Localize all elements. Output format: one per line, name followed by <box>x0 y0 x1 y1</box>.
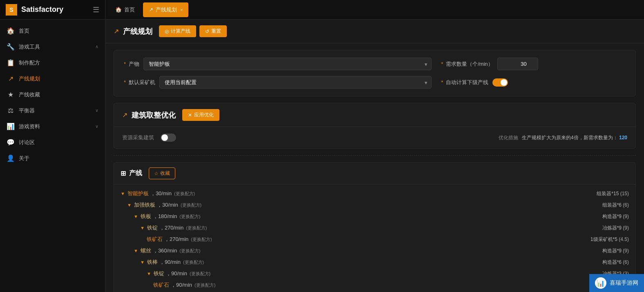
apply-opt-button[interactable]: ✕ 应用优化 <box>182 109 219 121</box>
menu-icon[interactable]: ☰ <box>93 5 99 14</box>
tab-home[interactable]: 🏠 首页 <box>109 0 141 19</box>
sidebar-label-production: 产线规划 <box>19 75 98 82</box>
sidebar-item-tools[interactable]: 🔧 游戏工具 ∧ <box>0 39 105 55</box>
tree-change-4[interactable]: (更换配方) <box>191 236 212 243</box>
tab-close-button[interactable]: × <box>180 7 183 12</box>
resource-toggle-switch[interactable] <box>161 134 176 142</box>
favorites-icon: ★ <box>7 91 15 98</box>
star-icon: ☆ <box>154 171 159 176</box>
demand-input-wrapper <box>497 58 538 70</box>
tree-rate-3: ，270/min <box>159 224 183 232</box>
sidebar-label-balance: 平衡器 <box>19 107 95 114</box>
forum-icon: 💬 <box>7 138 15 146</box>
sidebar-item-balance[interactable]: ⚖ 平衡器 ∨ <box>0 103 105 118</box>
product-field: * 产物 智能护板 <box>124 58 432 70</box>
sidebar-nav: 🏠 首页 🔧 游戏工具 ∧ 📋 制作配方 ↗ 产线规划 ★ 产线收藏 ⚖ 平衡器… <box>0 20 105 292</box>
tree-name-0: 智能护板 <box>127 190 149 197</box>
sidebar: S Satisfactory ☰ 🏠 首页 🔧 游戏工具 ∧ 📋 制作配方 ↗ … <box>0 0 105 292</box>
auto-field: * 自动计算下级产线 <box>441 78 626 87</box>
miner-select[interactable]: 使用当前配置 <box>159 76 432 89</box>
reset-button[interactable]: ↺ 重置 <box>199 25 227 37</box>
auto-label: * 自动计算下级产线 <box>441 79 489 86</box>
sidebar-item-production[interactable]: ↗ 产线规划 <box>0 71 105 87</box>
tree-count-0: (15) <box>620 191 629 196</box>
tree-change-1[interactable]: (更换配方) <box>181 202 201 208</box>
tree-change-6[interactable]: (更换配方) <box>183 259 204 265</box>
tree-count-1: (6) <box>623 202 629 208</box>
tree-name-8: 铁矿石 <box>153 281 169 289</box>
auto-toggle[interactable] <box>492 78 508 87</box>
miner-label: * 默认采矿机 <box>124 79 155 86</box>
tree-change-3[interactable]: (更换配方) <box>186 225 207 231</box>
tree-name-7: 铁锭 <box>154 270 164 277</box>
reset-label: 重置 <box>211 28 221 35</box>
resource-label: 资源采集建筑 <box>122 134 154 141</box>
tree-arrow-5[interactable]: ▼ <box>134 248 138 253</box>
prod-grid-icon: ⊞ <box>121 169 126 177</box>
calc-button[interactable]: ◎ 计算产线 <box>159 25 196 37</box>
tree-change-7[interactable]: (更换配方) <box>190 271 210 277</box>
tree-arrow-6[interactable]: ▼ <box>140 260 145 265</box>
sidebar-label-about: 关于 <box>19 155 98 162</box>
tree-machine-6: 构造器*6 <box>602 259 622 265</box>
demand-input[interactable] <box>503 61 533 67</box>
apply-opt-label: 应用优化 <box>194 111 214 118</box>
home-icon: 🏠 <box>7 27 15 35</box>
resource-toggle[interactable] <box>161 134 176 142</box>
prod-title-text: 产线 <box>129 169 142 178</box>
product-select[interactable]: 智能护板 <box>143 58 432 70</box>
tree-item: 铁矿石 ，90/min (更换配方) <box>114 279 635 291</box>
optimization-info: 优化措施 生产规模扩大为原来的4倍，新需求数量为： 120 <box>499 134 627 141</box>
tree-name-4: 铁矿石 <box>147 236 163 243</box>
opt-icon: ✕ <box>188 112 192 118</box>
tree-item: ▼ 加强铁板 ，30/min (更换配方) 组装器*6 (6) <box>114 199 635 211</box>
tree-change-2[interactable]: (更换配方) <box>179 214 200 220</box>
tree-arrow-1[interactable]: ▼ <box>127 203 132 207</box>
tree-count-6: (6) <box>623 259 629 265</box>
sidebar-item-about[interactable]: 👤 关于 <box>0 150 105 166</box>
main-content: 🏠 首页 ↗ 产线规划 × ↗ 产线规划 ◎ 计算产线 ↺ 重置 <box>105 0 644 292</box>
sidebar-label-favorites: 产线收藏 <box>19 91 98 98</box>
calc-label: 计算产线 <box>171 28 190 35</box>
tree-rate-6: ，90/min <box>159 259 181 266</box>
balance-arrow: ∨ <box>95 108 98 113</box>
tree-rate-0: ，30/min <box>150 190 172 197</box>
tree-arrow-2[interactable]: ▼ <box>134 214 138 219</box>
opt-section-title: 建筑取整优化 <box>132 110 176 120</box>
tree-item: ▼ 铁锭 ，90/min (更换配方) 冶炼器*3 (3) <box>114 268 635 279</box>
sidebar-item-recipes[interactable]: 📋 制作配方 <box>0 55 105 71</box>
sidebar-label-tools: 游戏工具 <box>19 43 95 51</box>
tree-change-0[interactable]: (更换配方) <box>174 191 195 197</box>
tree-arrow-0[interactable]: ▼ <box>121 191 125 196</box>
tree-right-5: 构造器*9 (9) <box>602 247 629 254</box>
tree-count-5: (9) <box>623 248 629 254</box>
tree-right-6: 构造器*6 (6) <box>602 259 629 266</box>
sidebar-item-gamedata[interactable]: 📊 游戏资料 ∨ <box>0 118 105 134</box>
sidebar-item-forum[interactable]: 💬 讨论区 <box>0 134 105 150</box>
tree-rate-1: ，30/min <box>157 201 178 209</box>
form-row-miner: * 默认采矿机 使用当前配置 * 自动计算下级产线 <box>124 76 626 89</box>
tree-count-4: (4.5) <box>619 236 629 242</box>
tree-arrow-3[interactable]: ▼ <box>140 225 145 230</box>
tree-change-5[interactable]: (更换配方) <box>179 248 200 254</box>
tree-name-3: 铁锭 <box>147 224 158 232</box>
tree-item: ▼ 铁板 ，180/min (更换配方) 构造器*9 (9) <box>114 211 635 222</box>
tree-rate-7: ，90/min <box>166 270 187 277</box>
save-favorites-button[interactable]: ☆ 收藏 <box>149 167 175 179</box>
tree-machine-0: 组装器*15 <box>597 191 619 196</box>
section-production-title: 产线规划 <box>123 27 152 36</box>
tree-machine-2: 构造器*9 <box>602 214 622 219</box>
toggle-switch[interactable] <box>492 78 508 87</box>
reset-icon: ↺ <box>205 29 209 34</box>
sidebar-item-home[interactable]: 🏠 首页 <box>0 23 105 39</box>
tree-rate-2: ，180/min <box>153 213 177 220</box>
form-row-product: * 产物 智能护板 * 需求数量（个/min） <box>124 58 626 70</box>
tree-change-8[interactable]: (更换配方) <box>195 282 215 288</box>
sidebar-item-favorites[interactable]: ★ 产线收藏 <box>0 87 105 103</box>
badge-icon: 📊 <box>595 277 606 289</box>
optimization-body: 资源采集建筑 优化措施 生产规模扩大为原来的4倍，新需求数量为： 120 <box>114 127 635 148</box>
tree-item: ▼ 螺丝 ，360/min (更换配方) 构造器*9 (9) <box>114 245 635 256</box>
tab-production[interactable]: ↗ 产线规划 × <box>143 2 188 17</box>
tree-arrow-7[interactable]: ▼ <box>147 271 151 276</box>
tabs-bar: 🏠 首页 ↗ 产线规划 × <box>105 0 644 20</box>
